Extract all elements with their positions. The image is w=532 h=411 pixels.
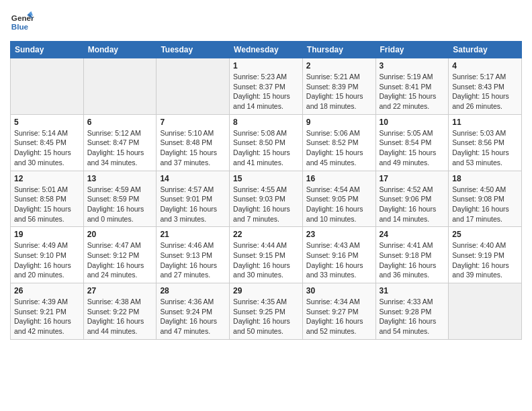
day-number: 7	[160, 118, 226, 127]
calendar-week-row: 19Sunrise: 4:49 AM Sunset: 9:10 PM Dayli…	[11, 227, 522, 283]
day-number: 27	[87, 286, 153, 295]
day-info: Sunrise: 4:52 AM Sunset: 9:06 PM Dayligh…	[380, 185, 445, 224]
day-info: Sunrise: 4:34 AM Sunset: 9:27 PM Dayligh…	[306, 297, 372, 336]
day-number: 2	[306, 61, 372, 71]
weekday-header-monday: Monday	[83, 42, 157, 58]
weekday-header-saturday: Saturday	[449, 42, 522, 58]
day-info: Sunrise: 4:38 AM Sunset: 9:22 PM Dayligh…	[87, 297, 153, 336]
day-info: Sunrise: 4:36 AM Sunset: 9:24 PM Dayligh…	[160, 297, 226, 336]
calendar-cell: 9Sunrise: 5:06 AM Sunset: 8:52 PM Daylig…	[302, 114, 375, 171]
calendar-cell: 2Sunrise: 5:21 AM Sunset: 8:39 PM Daylig…	[302, 58, 375, 115]
day-info: Sunrise: 4:55 AM Sunset: 9:03 PM Dayligh…	[233, 185, 299, 224]
calendar-week-row: 1Sunrise: 5:23 AM Sunset: 8:37 PM Daylig…	[11, 58, 522, 115]
weekday-header-row: SundayMondayTuesdayWednesdayThursdayFrid…	[11, 42, 522, 58]
day-number: 29	[233, 286, 299, 295]
day-number: 31	[380, 286, 445, 295]
day-info: Sunrise: 4:39 AM Sunset: 9:21 PM Dayligh…	[14, 297, 80, 336]
day-info: Sunrise: 4:54 AM Sunset: 9:05 PM Dayligh…	[306, 185, 372, 224]
calendar-cell	[157, 58, 230, 115]
day-number: 3	[380, 61, 445, 71]
calendar-table: SundayMondayTuesdayWednesdayThursdayFrid…	[10, 41, 522, 340]
calendar-cell: 18Sunrise: 4:50 AM Sunset: 9:08 PM Dayli…	[449, 171, 522, 227]
day-info: Sunrise: 5:01 AM Sunset: 8:58 PM Dayligh…	[14, 185, 80, 224]
calendar-cell: 6Sunrise: 5:12 AM Sunset: 8:47 PM Daylig…	[83, 114, 157, 171]
day-info: Sunrise: 5:10 AM Sunset: 8:48 PM Dayligh…	[160, 128, 226, 168]
calendar-cell: 5Sunrise: 5:14 AM Sunset: 8:45 PM Daylig…	[11, 114, 84, 171]
calendar-cell: 15Sunrise: 4:55 AM Sunset: 9:03 PM Dayli…	[230, 171, 303, 227]
weekday-header-wednesday: Wednesday	[230, 42, 303, 58]
day-number: 20	[87, 230, 153, 239]
day-info: Sunrise: 5:23 AM Sunset: 8:37 PM Dayligh…	[233, 72, 299, 111]
day-number: 15	[233, 174, 299, 183]
day-number: 21	[160, 230, 226, 239]
calendar-cell: 20Sunrise: 4:47 AM Sunset: 9:12 PM Dayli…	[83, 227, 157, 283]
calendar-cell: 25Sunrise: 4:40 AM Sunset: 9:19 PM Dayli…	[449, 227, 522, 283]
calendar-week-row: 26Sunrise: 4:39 AM Sunset: 9:21 PM Dayli…	[11, 283, 522, 340]
day-info: Sunrise: 4:41 AM Sunset: 9:18 PM Dayligh…	[380, 240, 445, 280]
calendar-cell: 8Sunrise: 5:08 AM Sunset: 8:50 PM Daylig…	[230, 114, 303, 171]
logo: General Blue	[10, 10, 34, 34]
day-info: Sunrise: 5:03 AM Sunset: 8:56 PM Dayligh…	[452, 128, 518, 168]
day-info: Sunrise: 5:05 AM Sunset: 8:54 PM Dayligh…	[380, 128, 445, 168]
calendar-cell: 1Sunrise: 5:23 AM Sunset: 8:37 PM Daylig…	[230, 58, 303, 115]
day-number: 14	[160, 174, 226, 183]
day-number: 22	[233, 230, 299, 239]
day-number: 10	[380, 118, 445, 127]
day-number: 6	[87, 118, 153, 127]
calendar-cell: 21Sunrise: 4:46 AM Sunset: 9:13 PM Dayli…	[157, 227, 230, 283]
day-number: 19	[14, 230, 80, 239]
day-info: Sunrise: 4:57 AM Sunset: 9:01 PM Dayligh…	[160, 185, 226, 224]
day-number: 13	[87, 174, 153, 183]
calendar-cell: 16Sunrise: 4:54 AM Sunset: 9:05 PM Dayli…	[302, 171, 375, 227]
calendar-week-row: 5Sunrise: 5:14 AM Sunset: 8:45 PM Daylig…	[11, 114, 522, 171]
day-number: 30	[306, 286, 372, 295]
calendar-cell: 11Sunrise: 5:03 AM Sunset: 8:56 PM Dayli…	[449, 114, 522, 171]
day-info: Sunrise: 5:06 AM Sunset: 8:52 PM Dayligh…	[306, 128, 372, 168]
day-info: Sunrise: 4:40 AM Sunset: 9:19 PM Dayligh…	[452, 240, 518, 280]
calendar-cell: 13Sunrise: 4:59 AM Sunset: 8:59 PM Dayli…	[83, 171, 157, 227]
day-info: Sunrise: 5:17 AM Sunset: 8:43 PM Dayligh…	[452, 72, 518, 111]
day-info: Sunrise: 4:35 AM Sunset: 9:25 PM Dayligh…	[233, 297, 299, 336]
day-info: Sunrise: 4:47 AM Sunset: 9:12 PM Dayligh…	[87, 240, 153, 280]
day-number: 24	[380, 230, 445, 239]
day-info: Sunrise: 4:50 AM Sunset: 9:08 PM Dayligh…	[452, 185, 518, 224]
page-header: General Blue	[10, 10, 522, 34]
day-info: Sunrise: 4:46 AM Sunset: 9:13 PM Dayligh…	[160, 240, 226, 280]
svg-text:Blue: Blue	[11, 22, 29, 31]
calendar-cell: 24Sunrise: 4:41 AM Sunset: 9:18 PM Dayli…	[375, 227, 449, 283]
day-info: Sunrise: 4:33 AM Sunset: 9:28 PM Dayligh…	[380, 297, 445, 336]
calendar-cell: 31Sunrise: 4:33 AM Sunset: 9:28 PM Dayli…	[375, 283, 449, 340]
calendar-cell: 7Sunrise: 5:10 AM Sunset: 8:48 PM Daylig…	[157, 114, 230, 171]
day-info: Sunrise: 5:08 AM Sunset: 8:50 PM Dayligh…	[233, 128, 299, 168]
day-info: Sunrise: 5:12 AM Sunset: 8:47 PM Dayligh…	[87, 128, 153, 168]
calendar-cell: 10Sunrise: 5:05 AM Sunset: 8:54 PM Dayli…	[375, 114, 449, 171]
day-info: Sunrise: 5:19 AM Sunset: 8:41 PM Dayligh…	[380, 72, 445, 111]
calendar-cell: 26Sunrise: 4:39 AM Sunset: 9:21 PM Dayli…	[11, 283, 84, 340]
calendar-cell: 12Sunrise: 5:01 AM Sunset: 8:58 PM Dayli…	[11, 171, 84, 227]
day-number: 18	[452, 174, 518, 183]
calendar-cell: 14Sunrise: 4:57 AM Sunset: 9:01 PM Dayli…	[157, 171, 230, 227]
weekday-header-thursday: Thursday	[302, 42, 375, 58]
calendar-cell: 30Sunrise: 4:34 AM Sunset: 9:27 PM Dayli…	[302, 283, 375, 340]
calendar-cell	[83, 58, 157, 115]
day-number: 9	[306, 118, 372, 127]
calendar-cell: 23Sunrise: 4:43 AM Sunset: 9:16 PM Dayli…	[302, 227, 375, 283]
calendar-cell: 22Sunrise: 4:44 AM Sunset: 9:15 PM Dayli…	[230, 227, 303, 283]
logo-icon: General Blue	[10, 10, 34, 34]
day-info: Sunrise: 4:49 AM Sunset: 9:10 PM Dayligh…	[14, 240, 80, 280]
day-info: Sunrise: 4:59 AM Sunset: 8:59 PM Dayligh…	[87, 185, 153, 224]
calendar-cell: 28Sunrise: 4:36 AM Sunset: 9:24 PM Dayli…	[157, 283, 230, 340]
day-number: 11	[452, 118, 518, 127]
day-number: 5	[14, 118, 80, 127]
day-number: 25	[452, 230, 518, 239]
calendar-cell: 29Sunrise: 4:35 AM Sunset: 9:25 PM Dayli…	[230, 283, 303, 340]
weekday-header-sunday: Sunday	[11, 42, 84, 58]
calendar-cell: 3Sunrise: 5:19 AM Sunset: 8:41 PM Daylig…	[375, 58, 449, 115]
calendar-cell	[11, 58, 84, 115]
calendar-cell: 27Sunrise: 4:38 AM Sunset: 9:22 PM Dayli…	[83, 283, 157, 340]
weekday-header-tuesday: Tuesday	[157, 42, 230, 58]
day-info: Sunrise: 5:21 AM Sunset: 8:39 PM Dayligh…	[306, 72, 372, 111]
day-info: Sunrise: 5:14 AM Sunset: 8:45 PM Dayligh…	[14, 128, 80, 168]
calendar-cell: 19Sunrise: 4:49 AM Sunset: 9:10 PM Dayli…	[11, 227, 84, 283]
calendar-cell: 4Sunrise: 5:17 AM Sunset: 8:43 PM Daylig…	[449, 58, 522, 115]
